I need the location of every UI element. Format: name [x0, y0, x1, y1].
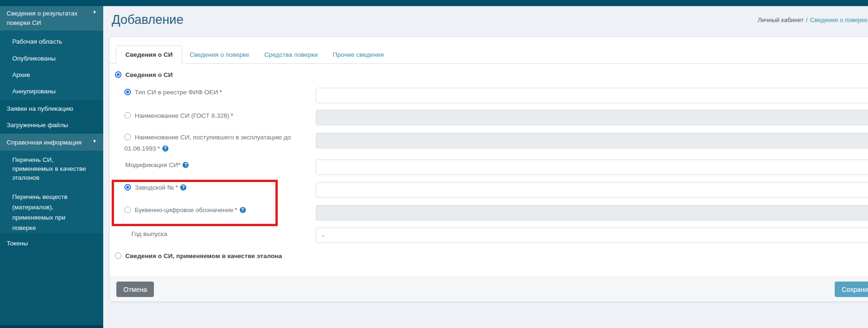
tab-sredstva-poverki[interactable]: Средства поверки: [257, 46, 325, 63]
tabs: Сведения о СИ Сведения о поверке Средств…: [110, 46, 868, 64]
help-icon[interactable]: ?: [183, 162, 189, 168]
help-icon[interactable]: ?: [162, 145, 168, 152]
field-label-modification: Модификация СИ*?: [125, 160, 189, 170]
breadcrumb-current-link[interactable]: Сведения о поверке: [810, 16, 867, 23]
sidebar-group-results[interactable]: Сведения о результатах поверки СИ: [7, 9, 90, 28]
cancel-button[interactable]: Отмена: [116, 282, 154, 297]
required-asterisk: *: [178, 161, 180, 168]
section-svedeniya-etalon: Сведения о СИ, применяемом в качестве эт…: [115, 252, 282, 261]
field-label-type-si: Тип СИ в реестре ФИФ ОЕИ*: [124, 88, 222, 97]
required-asterisk: *: [235, 206, 237, 214]
label-text: Модификация СИ: [125, 161, 178, 168]
radio-factory-number[interactable]: [124, 184, 131, 191]
input-modification[interactable]: [316, 160, 868, 175]
radio-type-si[interactable]: [124, 89, 131, 95]
input-name-before-1993: [316, 133, 868, 148]
breadcrumb-home-link[interactable]: Личный кабинет: [758, 16, 804, 23]
top-bar: [0, 0, 868, 6]
help-icon[interactable]: ?: [180, 184, 186, 191]
label-text: Тип СИ в реестре ФИФ ОЕИ: [135, 89, 218, 96]
label-text: Наименование СИ (ГОСТ 8.326): [135, 112, 229, 119]
radio-section-si[interactable]: [115, 71, 122, 78]
page: Сведения о результатах поверки СИ ▼ Рабо…: [0, 0, 868, 328]
field-label-factory-number: Заводской №*?: [124, 183, 186, 192]
tab-prochie-svedeniya[interactable]: Прочие сведения: [325, 46, 391, 63]
sidebar-bottom-strip: [0, 325, 103, 328]
chevron-down-icon: ▼: [92, 10, 97, 15]
sidebar-item-archive[interactable]: Архив: [12, 70, 30, 80]
save-button[interactable]: Сохранить: [835, 282, 868, 297]
label-text: Буквенно-цифровое обозначение: [135, 206, 233, 214]
section-si-label: Сведения о СИ: [125, 71, 173, 78]
radio-section-etalon[interactable]: [115, 252, 122, 259]
sidebar-item-annulled[interactable]: Аннулированы: [12, 87, 56, 96]
page-title: Добавление: [112, 13, 183, 27]
input-alphanumeric: [316, 205, 868, 221]
input-type-si[interactable]: [316, 88, 868, 103]
sidebar-item-si-etalon-list[interactable]: Перечень СИ, применяемых в качестве этал…: [12, 155, 87, 182]
sidebar-item-publication-requests[interactable]: Заявки на публикацию: [7, 104, 73, 114]
radio-name-gost[interactable]: [124, 112, 131, 119]
input-factory-number[interactable]: [316, 182, 868, 198]
radio-alphanumeric[interactable]: [124, 206, 131, 213]
sidebar-item-published[interactable]: Опубликованы: [12, 54, 56, 63]
required-asterisk: *: [231, 112, 233, 119]
label-text: Год выпуска: [131, 230, 168, 237]
sidebar-group-reference[interactable]: Справочная информация: [7, 138, 82, 147]
breadcrumb: Личный кабинет/Сведения о поверке: [758, 16, 868, 23]
help-icon[interactable]: ?: [240, 207, 246, 213]
label-text: Наименование СИ, поступившего в эксплуат…: [124, 134, 291, 152]
required-asterisk: *: [175, 184, 178, 191]
required-asterisk: *: [158, 145, 160, 152]
sidebar-item-tokens[interactable]: Токены: [7, 239, 28, 248]
chevron-down-icon: ▼: [92, 139, 97, 144]
input-year[interactable]: [316, 228, 868, 243]
input-name-gost: [316, 110, 868, 125]
sidebar-item-substances-list[interactable]: Перечень веществ (материалов), применяем…: [12, 192, 73, 233]
label-text: Заводской №: [135, 184, 174, 191]
sidebar-item-uploaded-files[interactable]: Загруженные файлы: [7, 121, 68, 130]
tab-svedeniya-o-si[interactable]: Сведения о СИ: [116, 46, 182, 64]
radio-name-before-1993[interactable]: [124, 134, 131, 140]
field-label-name-gost: Наименование СИ (ГОСТ 8.326)*: [124, 111, 233, 121]
required-asterisk: *: [220, 89, 222, 96]
field-label-alphanumeric: Буквенно-цифровое обозначение*?: [124, 206, 246, 215]
sidebar-item-workarea[interactable]: Рабочая область: [12, 37, 62, 46]
card-footer: [110, 276, 868, 301]
section-svedeniya-o-si: Сведения о СИ: [115, 70, 173, 80]
breadcrumb-separator: /: [806, 16, 808, 23]
section-etalon-label: Сведения о СИ, применяемом в качестве эт…: [125, 252, 282, 259]
tab-svedeniya-o-poverke[interactable]: Сведения о поверке: [182, 46, 257, 63]
field-label-name-before-1993: Наименование СИ, поступившего в эксплуат…: [124, 132, 305, 154]
field-label-year: Год выпуска: [131, 229, 168, 239]
